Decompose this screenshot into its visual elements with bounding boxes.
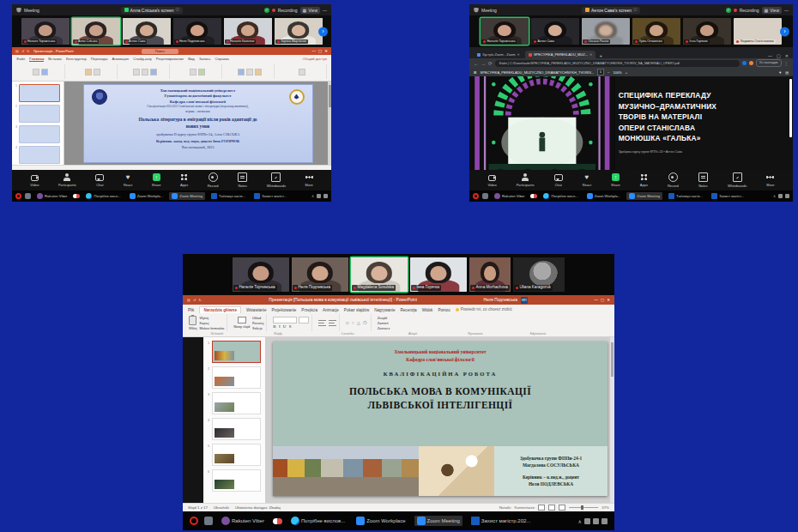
share-screen-button[interactable]: ↑Share: [611, 173, 620, 187]
taskbar-word-doc1[interactable]: Таблиця часів...: [666, 192, 705, 200]
more-button[interactable]: More: [766, 173, 774, 187]
extension-icon[interactable]: [742, 61, 747, 65]
ribbon-group-font[interactable]: [121, 64, 170, 79]
minimize-icon[interactable]: —: [594, 298, 598, 302]
view-button[interactable]: ▦View: [762, 7, 782, 14]
video-button[interactable]: Video: [30, 173, 39, 187]
chat-button[interactable]: Chat: [554, 173, 563, 187]
participant-tile[interactable]: Неля Подлевська: [292, 257, 348, 292]
tab-home[interactable]: Главная: [29, 57, 44, 62]
notes-toggle[interactable]: Notatki: [499, 505, 511, 510]
slide-thumbnail[interactable]: 2: [208, 366, 261, 389]
replace-button[interactable]: Zamień: [378, 321, 390, 325]
participant-tile[interactable]: Наталія Торчинська: [481, 18, 529, 45]
pdf-viewer[interactable]: СПЕЦИФІКА ПЕРЕКЛАДУ МУЗИЧНО–ДРАМАТИЧНИХ …: [469, 76, 793, 170]
zoom-in-icon[interactable]: +: [626, 70, 627, 75]
reload-icon[interactable]: ⟳: [488, 61, 493, 66]
tray-expand-icon[interactable]: ∧: [578, 518, 582, 524]
status-language[interactable]: Ukraiński: [214, 505, 229, 510]
taskbar-viber[interactable]: Rakuten Viber: [34, 192, 70, 200]
sorter-view-icon[interactable]: [548, 505, 555, 511]
tray-folder-icon[interactable]: [593, 518, 599, 524]
ribbon-group-drawing[interactable]: □ ○ △ ⬠: [343, 314, 371, 331]
pdf-scrollbar[interactable]: [789, 79, 792, 137]
back-icon[interactable]: ←: [474, 61, 479, 66]
font-name-select[interactable]: [273, 317, 297, 323]
taskbar-edge[interactable]: Потрібне висл...: [83, 192, 123, 200]
minimize-icon[interactable]: —: [323, 8, 327, 13]
record-button[interactable]: Record: [668, 172, 679, 188]
system-tray[interactable]: ∧: [578, 518, 608, 524]
tab-animations[interactable]: Анимация: [112, 57, 129, 61]
participant-tile[interactable]: Наталія Капелюк: [224, 18, 272, 45]
security-shield-icon[interactable]: ✓: [264, 8, 269, 13]
tab-slideshow[interactable]: Слайд-шоу: [133, 57, 152, 61]
quick-access-icons[interactable]: ▤ ↺ ↻: [15, 49, 31, 53]
search-box[interactable]: Поиск: [142, 49, 178, 54]
app-icon[interactable]: [482, 193, 488, 199]
participant-tile[interactable]: Луіза Оглавенко: [632, 18, 680, 45]
ribbon-group-clipboard[interactable]: Wklej Wytnij Kopiuj Malarz formatów: [186, 314, 227, 331]
zoom-slider[interactable]: [569, 507, 598, 508]
taskbar-viber[interactable]: Rakuten Viber: [492, 192, 527, 200]
participant-tile[interactable]: Anna Morhachova: [469, 257, 511, 292]
zoom-out-icon[interactable]: −: [608, 70, 609, 75]
participant-tile[interactable]: Інна Горячок: [683, 18, 731, 45]
current-slide[interactable]: Хмельницький національний університет Ка…: [273, 342, 608, 496]
participant-tile[interactable]: Наталія Торчинська: [233, 257, 289, 292]
ribbon-group-slides[interactable]: Nowy slajd Układ Resetuj Sekcja: [231, 314, 267, 331]
current-slide[interactable]: Хмельницький національний університет Гу…: [83, 84, 313, 163]
screen-share-chip[interactable]: Алла Сліська's screen ⓘ: [121, 7, 184, 14]
comments-toggle[interactable]: Komentarze: [515, 505, 535, 510]
ribbon-group-editing[interactable]: Znajdź Zamień Zaznacz: [375, 314, 393, 331]
tell-me-box[interactable]: Powiedz mi, co chcesz zrobić: [456, 307, 512, 313]
system-tray[interactable]: ∧: [311, 194, 328, 198]
pdf-print-icon[interactable]: ▤: [785, 70, 789, 75]
restore-icon[interactable]: ▢: [318, 49, 322, 53]
app-icon[interactable]: [73, 194, 80, 198]
vertical-scrollbar[interactable]: [610, 337, 614, 503]
bookmarks-button[interactable]: Усі закладки: [756, 59, 782, 67]
participant-tile[interactable]: Неля Подлевська: [173, 18, 221, 45]
opera-icon[interactable]: [15, 193, 21, 199]
apps-button[interactable]: Apps: [180, 173, 188, 187]
zoom-percent[interactable]: 37%: [602, 505, 609, 510]
address-bar[interactable]: Файл | C:/Downloads/SPECYFIKA_PEREKLADU_…: [495, 60, 740, 67]
tray-mic-icon[interactable]: [778, 194, 783, 198]
next-participants-button[interactable]: ›: [318, 27, 328, 36]
tray-mic-icon[interactable]: [584, 518, 590, 524]
ribbon-group-paragraph[interactable]: [316, 314, 340, 331]
font-size-select[interactable]: [299, 317, 309, 323]
taskbar-edge[interactable]: Потрібне вислов...: [288, 516, 348, 526]
taskbar-zoom-meeting[interactable]: Zoom Meeting: [414, 516, 462, 526]
opera-icon[interactable]: [190, 517, 198, 525]
ribbon-group-editing[interactable]: [278, 64, 327, 79]
app-icon[interactable]: [204, 517, 213, 525]
tab-transitions[interactable]: Переходы: [91, 57, 108, 61]
pdf-menu-icon[interactable]: ☰: [474, 70, 477, 75]
app-icon[interactable]: [273, 518, 282, 524]
cut-button[interactable]: Wytnij: [200, 316, 225, 320]
opera-icon[interactable]: [473, 193, 479, 199]
system-tray[interactable]: ∧: [773, 194, 789, 198]
pdf-page-number[interactable]: 1: [597, 69, 604, 76]
slide-thumbnail[interactable]: 1: [15, 84, 60, 102]
restore-icon[interactable]: ▢: [601, 298, 604, 302]
tab-record[interactable]: Запись: [199, 57, 211, 61]
tab-file[interactable]: Файл: [16, 57, 25, 61]
format-painter-button[interactable]: Malarz formatów: [200, 326, 225, 330]
normal-view-icon[interactable]: [538, 505, 545, 511]
ribbon-group-paragraph[interactable]: [173, 64, 222, 79]
slide-thumbnail[interactable]: 1: [208, 341, 261, 363]
tab-review[interactable]: Рецензирование: [156, 57, 184, 61]
react-button[interactable]: ♥React: [583, 173, 591, 187]
font-style-buttons[interactable]: B I U S: [273, 324, 309, 329]
taskbar-word-doc2[interactable]: Захист магіст...: [709, 192, 747, 200]
app-icon[interactable]: [530, 194, 537, 198]
participant-tile[interactable]: Наталя Торчинська: [21, 18, 70, 45]
tab-design[interactable]: Конструктор: [66, 57, 87, 61]
participant-tile[interactable]: Алла Сліська: [72, 18, 120, 45]
profile-avatar[interactable]: [749, 61, 753, 65]
taskbar-zoom-workplace[interactable]: Zoom Workpla...: [127, 192, 166, 200]
slide-thumbnail[interactable]: 4: [15, 146, 60, 164]
